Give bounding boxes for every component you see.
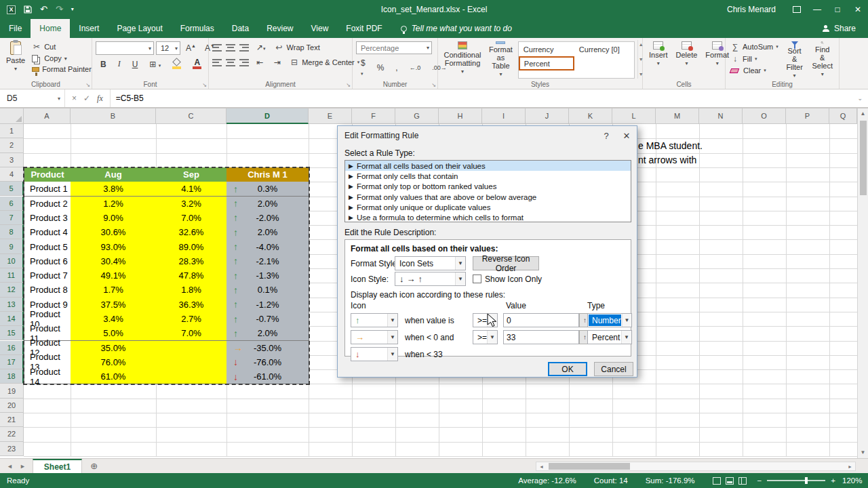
alignment-dialog-launcher[interactable]: ↘ — [346, 82, 351, 88]
cell-B10[interactable]: 30.4% — [71, 254, 157, 269]
conditional-formatting-button[interactable]: Conditional Formatting ▾ — [441, 40, 484, 79]
save-icon[interactable] — [24, 5, 32, 14]
scroll-up-icon[interactable]: ▲ — [861, 108, 866, 119]
cell-C14[interactable]: 2.7% — [156, 312, 227, 327]
cell-A4[interactable]: Product — [24, 167, 71, 182]
cell-B17[interactable]: 76.0% — [71, 355, 157, 370]
normal-view-icon[interactable] — [713, 477, 721, 485]
row-header-12[interactable]: 12 — [0, 283, 24, 297]
row-header-10[interactable]: 10 — [0, 254, 24, 268]
increase-decimal-button[interactable]: ←.0 — [406, 63, 425, 73]
sort-filter-button[interactable]: Sort & Filter▾ — [783, 40, 807, 79]
zoom-out-icon[interactable]: − — [757, 476, 762, 485]
cell-B6[interactable]: 1.2% — [71, 197, 157, 211]
cell-C6[interactable]: 3.2% — [156, 197, 227, 211]
cell-D5[interactable]: 0.3%↑ — [226, 182, 309, 197]
column-header-E[interactable]: E — [309, 108, 352, 124]
format-painter-button[interactable]: Format Painter — [31, 64, 93, 74]
cell-C11[interactable]: 47.8% — [156, 268, 227, 283]
cancel-button[interactable]: Cancel — [594, 362, 633, 376]
rule-type-option-5[interactable]: ▶Format only unique or duplicate values — [345, 202, 631, 212]
cell-C7[interactable]: 7.0% — [156, 211, 227, 226]
rule-type-option-6[interactable]: ▶Use a formula to determine which cells … — [345, 212, 631, 222]
cell-B14[interactable]: 3.4% — [71, 312, 157, 327]
cell-D16[interactable]: -35.0%→ — [226, 341, 309, 356]
cut-button[interactable]: ✂Cut — [31, 41, 93, 52]
decrease-indent-button[interactable]: ⇤ — [253, 56, 267, 68]
fill-color-button[interactable] — [169, 58, 184, 70]
ribbon-tab-page-layout[interactable]: Page Layout — [108, 19, 171, 38]
column-header-F[interactable]: F — [352, 108, 395, 124]
cell-C15[interactable]: 7.0% — [156, 326, 227, 341]
rule-operator-select-2[interactable]: >=▼ — [473, 330, 498, 344]
row-header-11[interactable]: 11 — [0, 268, 24, 283]
ribbon-tab-foxit-pdf[interactable]: Foxit PDF — [337, 19, 391, 38]
cell-A9[interactable]: Product 5 — [24, 239, 71, 254]
tell-me-box[interactable]: Tell me what you want to do — [391, 19, 521, 38]
redo-icon[interactable]: ↷ — [56, 0, 63, 19]
cell-C10[interactable]: 28.3% — [156, 254, 227, 269]
zoom-in-icon[interactable]: + — [831, 476, 835, 485]
qat-customize-icon[interactable]: ▾ — [71, 0, 74, 19]
format-style-select[interactable]: Icon Sets▼ — [395, 256, 466, 270]
cell-C4[interactable]: Sep — [156, 167, 227, 182]
undo-icon[interactable]: ↶ — [40, 0, 47, 19]
row-header-15[interactable]: 15 — [0, 326, 24, 340]
cell-D9[interactable]: -4.0%↑ — [226, 239, 309, 254]
cell-D15[interactable]: 2.0%↑ — [226, 326, 309, 341]
italic-button[interactable]: I — [115, 58, 124, 70]
new-sheet-button[interactable]: ⊕ — [82, 459, 106, 473]
dialog-help-button[interactable]: ? — [596, 126, 616, 145]
row-header-22[interactable]: 22 — [0, 427, 24, 441]
row-header-6[interactable]: 6 — [0, 197, 24, 211]
column-header-G[interactable]: G — [395, 108, 439, 124]
dialog-close-button[interactable]: ✕ — [616, 126, 637, 145]
sheet-tab-sheet1[interactable]: Sheet1 — [33, 459, 82, 473]
row-header-2[interactable]: 2 — [0, 138, 24, 152]
page-layout-view-icon[interactable] — [726, 477, 734, 485]
column-header-M[interactable]: M — [656, 108, 699, 124]
rule-icon-select-1[interactable]: ↑▼ — [351, 313, 398, 327]
show-icon-only-checkbox[interactable] — [473, 274, 481, 283]
ribbon-tab-formulas[interactable]: Formulas — [172, 19, 223, 38]
cell-A12[interactable]: Product 8 — [24, 283, 71, 298]
name-box[interactable]: D5 ▾ — [0, 89, 65, 107]
align-top-icon[interactable] — [212, 44, 222, 52]
font-color-button[interactable]: A — [189, 58, 205, 70]
row-header-17[interactable]: 17 — [0, 355, 24, 369]
row-header-16[interactable]: 16 — [0, 341, 24, 355]
row-header-18[interactable]: 18 — [0, 369, 24, 384]
cell-C9[interactable]: 89.0% — [156, 239, 227, 254]
row-header-9[interactable]: 9 — [0, 239, 24, 253]
excel-app-icon[interactable]: X — [7, 5, 16, 14]
cell-A5[interactable]: Product 1 — [24, 182, 71, 197]
align-bottom-icon[interactable] — [239, 44, 249, 52]
font-dialog-launcher[interactable]: ↘ — [202, 82, 207, 88]
zoom-slider-thumb[interactable] — [805, 477, 808, 484]
number-format-select[interactable]: Percentage▾ — [356, 41, 432, 54]
number-dialog-launcher[interactable]: ↘ — [431, 82, 436, 88]
rule-icon-select-2[interactable]: →▼ — [351, 330, 398, 344]
row-header-4[interactable]: 4 — [0, 167, 24, 182]
column-header-I[interactable]: I — [482, 108, 526, 124]
name-box-arrow-icon[interactable]: ▾ — [58, 96, 64, 102]
rule-type-select-1[interactable]: Number▼ — [587, 313, 632, 327]
cell-D12[interactable]: 0.1%↑ — [226, 283, 309, 298]
cell-A10[interactable]: Product 6 — [24, 254, 71, 269]
column-header-P[interactable]: P — [786, 108, 829, 124]
cell-B18[interactable]: 61.0% — [71, 369, 157, 384]
find-select-button[interactable]: Find & Select▾ — [809, 40, 835, 79]
column-header-K[interactable]: K — [569, 108, 612, 124]
ribbon-tab-view[interactable]: View — [302, 19, 338, 38]
cell-B8[interactable]: 30.6% — [71, 225, 157, 240]
rule-type-option-1[interactable]: ▶Format all cells based on their values — [345, 161, 631, 171]
row-header-21[interactable]: 21 — [0, 413, 24, 427]
sheet-nav-right-icon[interactable]: ► — [20, 463, 26, 470]
bold-button[interactable]: B — [97, 58, 110, 70]
column-header-H[interactable]: H — [439, 108, 482, 124]
column-header-N[interactable]: N — [699, 108, 743, 124]
style-percent[interactable]: Percent — [519, 56, 574, 70]
formula-input[interactable]: =C5-B5 — [111, 89, 144, 107]
cell-C13[interactable]: 36.3% — [156, 298, 227, 312]
grow-font-button[interactable]: A▲ — [182, 42, 199, 54]
